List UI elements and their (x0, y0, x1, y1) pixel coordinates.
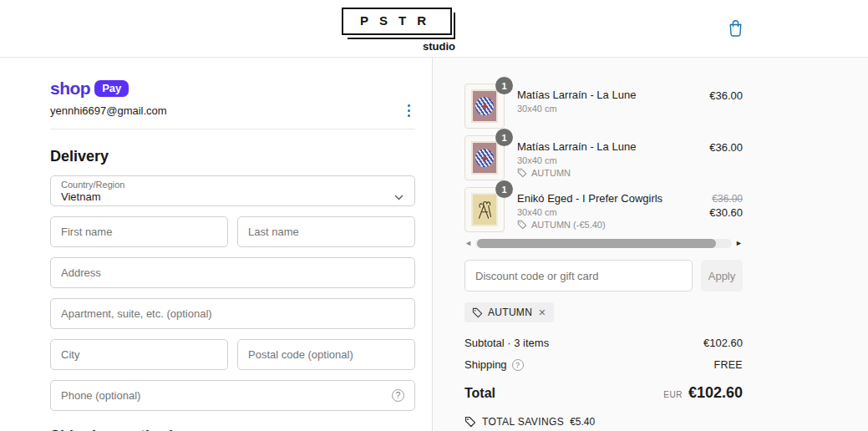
shipping-row: Shipping ? FREE (464, 358, 743, 371)
currency-code: EUR (663, 390, 683, 399)
applied-discount-chip: AUTUMN ✕ (464, 302, 554, 322)
item-price: €36.00 (691, 84, 743, 102)
item-compare-price: €36.00 (691, 193, 743, 205)
item-thumbnail: 1 (464, 84, 505, 129)
line-item: 1 Enikó Eged - I Prefer Cowgirls 30x40 c… (464, 187, 743, 232)
tag-icon (472, 307, 483, 318)
order-summary-panel: 1 Matías Larraín - La Lune 30x40 cm €36.… (432, 58, 868, 431)
shipping-help-icon[interactable]: ? (512, 359, 524, 371)
quantity-badge: 1 (495, 77, 513, 94)
item-title: Matías Larraín - La Lune (517, 140, 691, 153)
logo-letters: PSTR (357, 13, 437, 28)
city-input[interactable] (51, 340, 227, 369)
shipping-value: FREE (713, 359, 743, 371)
address-field-wrap (50, 257, 415, 288)
address-input[interactable] (51, 258, 414, 287)
total-row: Total EUR €102.60 (464, 384, 743, 402)
first-name-input[interactable] (51, 217, 227, 246)
last-name-field-wrap (237, 216, 415, 247)
total-savings-label: TOTAL SAVINGS (482, 416, 564, 428)
shipping-method-title: Shipping method (50, 428, 415, 431)
pay-badge: Pay (94, 80, 129, 97)
subtotal-label: Subtotal · 3 items (464, 337, 549, 349)
tag-icon (517, 168, 527, 178)
item-tag-label: AUTUMN (531, 168, 571, 178)
city-field-wrap (50, 339, 228, 370)
last-name-input[interactable] (238, 217, 414, 246)
item-title: Enikó Eged - I Prefer Cowgirls (517, 192, 691, 205)
cart-button[interactable] (723, 18, 747, 41)
logo-box: PSTR (342, 8, 452, 35)
shopping-bag-icon (728, 28, 744, 40)
apartment-input[interactable] (51, 299, 414, 328)
subtotal-value: €102.60 (703, 337, 743, 349)
postal-code-field-wrap (237, 339, 415, 370)
total-label: Total (464, 386, 495, 401)
item-discount-tag: AUTUMN (517, 168, 691, 178)
scroll-right-icon[interactable]: ► (735, 239, 743, 248)
country-label: Country/Region (61, 180, 386, 190)
chevron-down-icon (394, 189, 404, 204)
scrollbar-track[interactable] (475, 239, 732, 248)
store-logo[interactable]: PSTR studio (342, 8, 452, 53)
shop-wordmark: shop (50, 79, 90, 99)
checkout-form-panel: shop Pay yennhi6697@gmail.com Delivery C… (0, 58, 432, 431)
tag-icon (464, 416, 476, 428)
quantity-badge: 1 (495, 180, 513, 198)
remove-discount-icon[interactable]: ✕ (537, 307, 546, 318)
total-savings-value: €5.40 (570, 416, 595, 428)
item-variant: 30x40 cm (517, 207, 691, 217)
item-discount-tag: AUTUMN (-€5.40) (517, 220, 691, 230)
cowgirls-art (473, 195, 496, 225)
item-tag-label: AUTUMN (-€5.40) (531, 220, 606, 230)
item-thumbnail: 1 (464, 135, 505, 180)
first-name-field-wrap (50, 216, 228, 247)
header: PSTR studio (0, 0, 868, 58)
item-variant: 30x40 cm (517, 104, 691, 114)
totals-section: Subtotal · 3 items €102.60 Shipping ? FR… (464, 337, 743, 428)
divider (50, 129, 415, 129)
item-price-block: €36.00 €30.60 (691, 187, 743, 219)
kebab-menu-icon[interactable] (403, 103, 415, 119)
delivery-title: Delivery (50, 148, 415, 165)
customer-email: yennhi6697@gmail.com (50, 104, 167, 117)
discount-field-wrap (464, 260, 693, 292)
items-scrollbar: ◄ ► (464, 239, 743, 248)
applied-discount-code: AUTUMN (488, 307, 532, 318)
line-item: 1 Matías Larraín - La Lune 30x40 cm €36.… (464, 84, 743, 129)
country-select[interactable]: Country/Region Vietnam (50, 175, 415, 206)
email-row: yennhi6697@gmail.com (50, 104, 415, 118)
item-title: Matías Larraín - La Lune (517, 89, 691, 101)
item-thumbnail: 1 (464, 187, 505, 232)
logo-subtitle: studio (342, 40, 455, 53)
phone-input[interactable] (51, 381, 414, 410)
item-variant: 30x40 cm (517, 155, 691, 165)
line-item: 1 Matías Larraín - La Lune 30x40 cm AUTU… (464, 135, 743, 180)
quantity-badge: 1 (495, 129, 513, 146)
tag-icon (517, 220, 527, 230)
shop-pay-logo: shop Pay (50, 79, 415, 98)
country-value: Vietnam (61, 190, 386, 203)
phone-field-wrap: ? (50, 380, 415, 411)
apply-discount-button[interactable]: Apply (701, 260, 743, 292)
shipping-label: Shipping (464, 358, 507, 371)
discount-row: Apply (464, 260, 743, 292)
scroll-left-icon[interactable]: ◄ (464, 239, 472, 248)
total-savings-row: TOTAL SAVINGS €5.40 (464, 416, 743, 428)
scrollbar-thumb[interactable] (477, 239, 716, 248)
discount-code-input[interactable] (465, 261, 692, 291)
apartment-field-wrap (50, 298, 415, 329)
subtotal-row: Subtotal · 3 items €102.60 (464, 337, 743, 349)
total-value: €102.60 (688, 384, 743, 402)
item-price: €36.00 (691, 135, 743, 154)
phone-help-icon[interactable]: ? (392, 389, 404, 402)
postal-code-input[interactable] (238, 340, 414, 369)
item-price: €30.60 (709, 206, 743, 219)
